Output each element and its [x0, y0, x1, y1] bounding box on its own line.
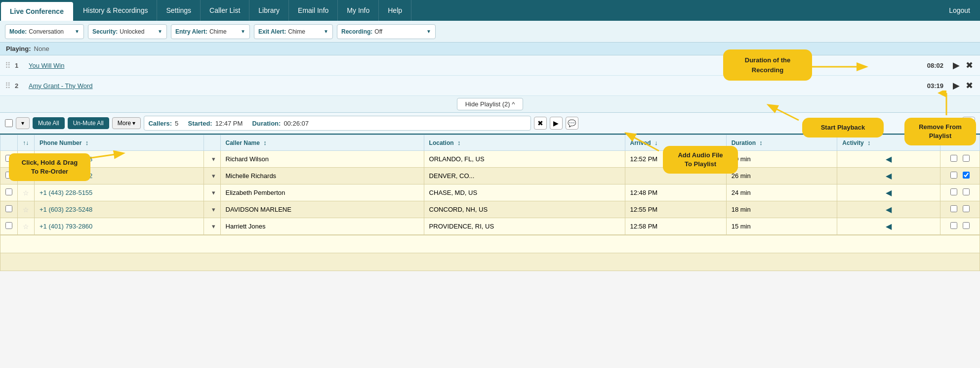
row-check1-0[interactable] [950, 155, 957, 162]
row-check2-3[interactable] [963, 205, 970, 212]
speaker-icon-4[interactable]: ◀ [886, 222, 892, 230]
th-location[interactable]: Location ↕ [424, 135, 625, 151]
th-expand [204, 135, 220, 151]
mute-all-button[interactable]: Mute All [33, 117, 65, 129]
row-check2-2[interactable] [963, 188, 970, 195]
expand-arrow-4[interactable]: ▾ [212, 223, 215, 230]
expand-arrow-1[interactable]: ▾ [212, 172, 215, 180]
location-cell-1: DENVER, CO... [424, 168, 625, 184]
row-checkbox-3[interactable] [5, 205, 12, 212]
entry-alert-control[interactable]: Entry Alert: Chime ▼ [171, 24, 250, 39]
th-arrived[interactable]: Arrived ↓ [625, 135, 726, 151]
speaker-icon-1[interactable]: ◀ [886, 172, 892, 180]
drag-handle-1[interactable]: ⠿ [5, 61, 11, 70]
nav-my-info[interactable]: My Info [338, 0, 379, 21]
nav-help[interactable]: Help [379, 0, 411, 21]
mode-dropdown-arrow: ▼ [75, 29, 80, 34]
playlist-item-1: ⠿ 1 You Will Win 08:02 ▶ ✖ [0, 55, 980, 76]
playlist-title-1[interactable]: You Will Win [29, 62, 919, 69]
speaker-icon-2[interactable]: ◀ [886, 188, 892, 197]
row-checkbox-0[interactable] [5, 155, 12, 162]
playlist-duration-1: 08:02 [919, 62, 943, 69]
callers-table-wrapper: ↑↓ Phone Number ↕ Caller Name ↕ Location… [0, 135, 980, 271]
mode-label: Mode: [9, 28, 27, 35]
location-cell-4: PROVIDENCE, RI, US [424, 218, 625, 235]
caller-name-cell-3: DAVIDSON MARLENE [220, 201, 424, 218]
security-control[interactable]: Security: Unlocked ▼ [88, 24, 167, 39]
row-checkbox-4[interactable] [5, 222, 12, 229]
duration-label: Duration: [252, 120, 281, 127]
controls-bar: Mode: Conversation ▼ Security: Unlocked … [0, 21, 980, 43]
row-check2-0[interactable] [963, 155, 970, 162]
started-label: Started: [188, 120, 212, 127]
nav-history-recordings[interactable]: History & Recordings [74, 0, 158, 21]
clear-button[interactable]: ✖ [534, 117, 547, 130]
location-cell-2: CHASE, MD, US [424, 184, 625, 201]
th-activity[interactable]: Activity ↕ [837, 135, 940, 151]
star-icon-2[interactable]: ☆ [23, 189, 29, 197]
speaker-icon-3[interactable]: ◀ [886, 205, 892, 214]
row-check1-1[interactable] [950, 172, 957, 179]
expand-arrow-3[interactable]: ▾ [212, 206, 215, 213]
row-check2-1[interactable] [963, 172, 970, 179]
hide-playlist-button[interactable]: Hide Playlist (2) ^ [457, 98, 524, 110]
chevron-down-button[interactable]: ▾ [16, 117, 30, 129]
playlist-play-btn-1[interactable]: ▶ [949, 58, 963, 72]
exit-alert-control[interactable]: Exit Alert: Chime ▼ [254, 24, 333, 39]
row-check2-4[interactable] [963, 222, 970, 229]
security-label: Security: [92, 28, 118, 35]
comment-button[interactable]: 💬 [566, 117, 578, 130]
row-check1-4[interactable] [950, 222, 957, 229]
search-button[interactable]: 🔍 [962, 117, 975, 130]
playlist-num-2: 2 [15, 82, 25, 90]
nav-library[interactable]: Library [249, 0, 289, 21]
recording-label: Recording: [341, 28, 372, 35]
more-button[interactable]: More ▾ [112, 117, 141, 129]
select-all-checkbox[interactable] [5, 119, 13, 127]
playlist-play-btn-2[interactable]: ▶ [949, 79, 963, 92]
th-checkbox [0, 135, 18, 151]
nav-settings[interactable]: Settings [157, 0, 201, 21]
nav-live-conference[interactable]: Live Conference [1, 2, 73, 21]
row-checkbox-1[interactable] [5, 172, 12, 179]
expand-arrow-0[interactable]: ▾ [212, 155, 215, 163]
entry-alert-value: Chime [209, 28, 227, 35]
playlist-title-2[interactable]: Amy Grant - Thy Word [29, 82, 919, 90]
star-icon-1[interactable]: ☆ [23, 172, 29, 180]
phone-cell-0: +1 (407) 912-4303 [40, 155, 92, 163]
un-mute-all-button[interactable]: Un-Mute All [68, 117, 109, 129]
nav-caller-list[interactable]: Caller List [201, 0, 249, 21]
phone-cell-4: +1 (401) 793-2860 [40, 223, 92, 230]
info-bar: Callers: 5 Started: 12:47 PM Duration: 0… [144, 116, 531, 131]
th-duration[interactable]: Duration ↕ [726, 135, 837, 151]
drag-handle-2[interactable]: ⠿ [5, 81, 11, 91]
recording-control[interactable]: Recording: Off ▼ [337, 24, 436, 39]
duration-cell-3: 18 min [726, 201, 837, 218]
row-checkbox-2[interactable] [5, 188, 12, 195]
record-button[interactable]: ▶ [550, 117, 563, 130]
caller-name-cell-1: Michelle Richards [220, 168, 424, 184]
playlist-remove-btn-2[interactable]: ✖ [963, 80, 975, 92]
row-check1-3[interactable] [950, 205, 957, 212]
phone-cell-3: +1 (603) 223-5248 [40, 206, 92, 213]
playlist-remove-btn-1[interactable]: ✖ [963, 59, 975, 71]
entry-alert-label: Entry Alert: [175, 28, 207, 35]
star-icon-3[interactable]: ☆ [23, 206, 29, 214]
arrived-cell-2: 12:48 PM [625, 184, 726, 201]
star-icon-4[interactable]: ☆ [23, 223, 29, 230]
caller-name-cell-4: Harriett Jones [220, 218, 424, 235]
star-icon-0[interactable]: ☆ [23, 155, 29, 163]
mode-control[interactable]: Mode: Conversation ▼ [5, 24, 84, 39]
logout-button[interactable]: Logout [939, 0, 980, 21]
nav-email-info[interactable]: Email Info [289, 0, 338, 21]
th-phone[interactable]: Phone Number ↕ [35, 135, 204, 151]
table-row: ☆ +1 (720) 292-6632 ▾ Michelle Richards … [0, 168, 980, 184]
speaker-icon-0[interactable]: ◀ [886, 155, 892, 163]
th-drag: ↑↓ [18, 135, 35, 151]
playlist-area: ⠿ 1 You Will Win 08:02 ▶ ✖ ⠿ 2 Amy Grant… [0, 55, 980, 113]
expand-arrow-2[interactable]: ▾ [212, 189, 215, 196]
duration-cell-2: 24 min [726, 184, 837, 201]
row-check1-2[interactable] [950, 188, 957, 195]
th-caller-name[interactable]: Caller Name ↕ [220, 135, 424, 151]
table-row: ☆ +1 (603) 223-5248 ▾ DAVIDSON MARLENE C… [0, 201, 980, 218]
